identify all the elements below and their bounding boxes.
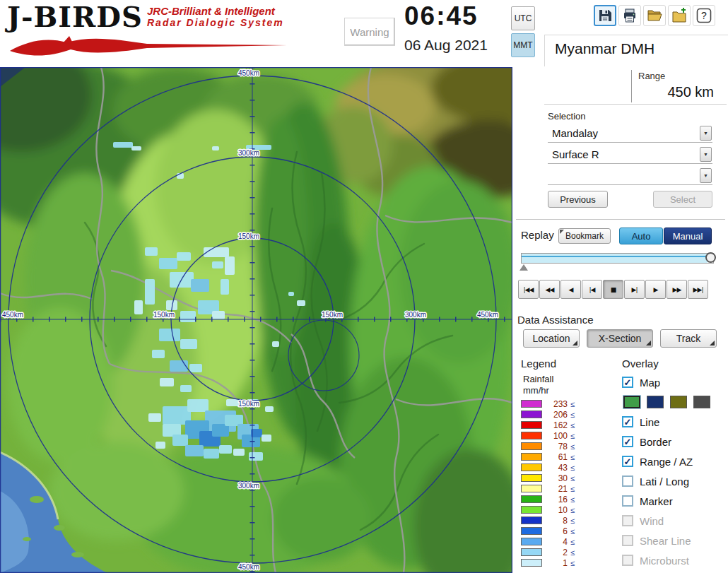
timeline-handle[interactable] [705, 252, 716, 263]
checkbox[interactable]: ✓ [622, 436, 633, 447]
app-logo-subtitle: JRC-Brilliant & Intelligent Radar Dialog… [147, 6, 284, 28]
location-button[interactable]: Location [523, 329, 580, 348]
header-bar: J-BIRDS JRC-Brilliant & Intelligent Rada… [0, 0, 728, 67]
print-button[interactable] [618, 5, 641, 26]
range-label-450-bottom: 450km [238, 563, 259, 571]
overlay-item-wind[interactable]: Wind [622, 511, 727, 531]
legend-row: 8≤ [521, 515, 575, 526]
checkbox[interactable]: ✓ [622, 456, 633, 467]
legend-operator: ≤ [570, 410, 575, 419]
data-assistance-label: Data Assistance [517, 314, 594, 326]
station-dropdown[interactable]: Mandalay ▼ [548, 124, 712, 143]
legend-operator: ≤ [570, 463, 575, 472]
replay-timeline-slider[interactable] [521, 253, 714, 264]
export-button[interactable] [668, 5, 691, 26]
option-dropdown-arrow[interactable]: ▼ [700, 168, 712, 183]
save-button[interactable] [594, 5, 616, 26]
checkbox[interactable] [622, 495, 633, 507]
map-style-gray[interactable] [693, 396, 710, 408]
overlay-item-label: Microburst [640, 555, 689, 567]
open-folder-icon [646, 7, 663, 24]
overlay-item-label: Wind [640, 515, 664, 527]
select-button[interactable]: Select [653, 191, 712, 208]
legend-value: 21 [546, 484, 568, 494]
checkbox[interactable]: ✓ [622, 416, 633, 427]
legend-color-swatch [521, 506, 542, 514]
step-forward-button[interactable]: ▶| [624, 280, 645, 299]
overlay-item-label: Shear Line [640, 535, 691, 547]
radar-map[interactable]: 450km 300km 150km 150km 300km 450km 450k… [0, 67, 512, 573]
fast-rewind-button[interactable]: ◀◀ [539, 280, 560, 299]
skip-to-start-button[interactable]: |◀◀ [518, 280, 539, 299]
station-dropdown-value: Mandalay [548, 127, 700, 139]
step-back-button[interactable]: |◀ [582, 280, 602, 299]
legend-value: 43 [546, 463, 568, 473]
open-folder-button[interactable] [643, 5, 666, 26]
map-style-swatches [622, 392, 727, 412]
overlay-item-marker[interactable]: Marker [622, 491, 727, 511]
product-dropdown-arrow[interactable]: ▼ [700, 147, 712, 162]
legend-row: 100≤ [521, 430, 575, 441]
overlay-item-label: Line [640, 416, 659, 428]
bookmark-button[interactable]: Bookmark [558, 228, 611, 244]
replay-manual-button[interactable]: Manual [664, 228, 712, 244]
timezone-mmt-button[interactable]: MMT [511, 33, 535, 57]
track-button[interactable]: Track [660, 329, 717, 348]
panel-divider [516, 219, 725, 220]
legend-label: Legend [521, 358, 556, 370]
legend-unit-line1: Rainfall [523, 374, 553, 385]
option-dropdown[interactable]: ▼ [548, 167, 712, 185]
save-icon [597, 7, 613, 24]
control-panel: Range 450 km Selection Mandalay ▼ Surfac… [512, 67, 728, 573]
checkbox[interactable]: ✓ [622, 377, 633, 388]
map-style-green[interactable] [623, 396, 640, 408]
legend-row: 233≤ [521, 398, 575, 409]
legend-color-swatch [521, 474, 542, 482]
replay-label: Replay [521, 229, 554, 241]
overlay-item-shear-line[interactable]: Shear Line [622, 531, 727, 550]
overlay-item-range-az[interactable]: ✓Range / AZ [622, 451, 727, 471]
legend-row: 16≤ [521, 494, 575, 504]
legend-operator: ≤ [570, 559, 575, 567]
timezone-utc-button[interactable]: UTC [511, 6, 535, 30]
header-divider-horizontal [544, 35, 728, 35]
map-viewport[interactable]: 450km 300km 150km 150km 300km 450km 450k… [0, 67, 512, 573]
x-section-button[interactable]: X-Section [587, 329, 653, 348]
overlay-item-line[interactable]: ✓Line [622, 412, 727, 432]
legend-operator: ≤ [570, 453, 575, 461]
map-style-olive[interactable] [670, 396, 687, 408]
overlay-item-map[interactable]: ✓Map [622, 372, 727, 392]
station-dropdown-arrow[interactable]: ▼ [700, 126, 712, 141]
legend-operator: ≤ [570, 527, 575, 536]
play-reverse-button[interactable]: ◀ [560, 280, 581, 299]
range-label-450-top: 450km [238, 69, 259, 77]
range-label-150-bottom: 150km [238, 400, 259, 408]
play-button[interactable]: ▶ [645, 280, 666, 299]
overlay-item-label: Lati / Long [640, 475, 689, 488]
app-subtitle-line2: Radar Dialogic System [147, 17, 284, 28]
overlay-item-border[interactable]: ✓Border [622, 432, 727, 451]
product-dropdown[interactable]: Surface R ▼ [548, 146, 712, 164]
stop-button[interactable]: ■ [603, 280, 623, 299]
header-divider-vertical [544, 35, 545, 66]
fast-forward-button[interactable]: ▶▶ [667, 280, 687, 299]
legend-value: 1 [546, 558, 568, 568]
checkbox[interactable] [622, 475, 633, 487]
skip-to-end-button[interactable]: ▶▶| [688, 280, 708, 299]
chevron-down-icon: ▼ [703, 173, 708, 178]
legend-color-swatch [521, 548, 542, 556]
timeline-progress-line [522, 256, 708, 257]
previous-button[interactable]: Previous [548, 191, 608, 208]
map-style-navy[interactable] [647, 396, 664, 408]
overlay-item-microburst[interactable]: Microburst [622, 550, 727, 570]
legend-color-swatch [521, 421, 542, 429]
help-button[interactable]: ? [693, 5, 715, 26]
warning-indicator[interactable]: Warning [344, 18, 395, 46]
range-label: Range [638, 71, 665, 81]
overlay-item-lati-long[interactable]: Lati / Long [622, 471, 727, 491]
replay-auto-button[interactable]: Auto [619, 228, 663, 244]
toolbar: ? [594, 5, 715, 26]
range-label-150-top: 150km [238, 232, 259, 240]
legend-value: 6 [546, 526, 568, 536]
eagle-logo-icon [6, 34, 288, 62]
